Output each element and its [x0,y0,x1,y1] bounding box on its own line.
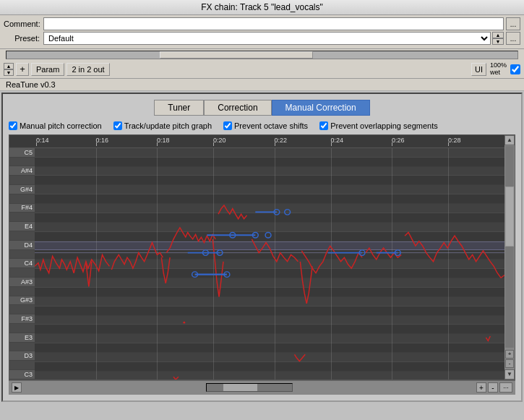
grid-container[interactable]: 0:14 0:16 0:18 0:20 0:22 0:24 0:26 0:28 [35,135,504,380]
svg-point-8 [265,232,271,238]
play-button[interactable]: ▶ [12,382,22,393]
note-Gs3: G#3 [9,296,35,306]
wet-label: 100% wet [490,62,507,77]
track-update-label: Track/update pitch graph [124,121,212,130]
preset-label: Preset: [4,34,43,43]
note-As3: A#3 [9,278,35,287]
note-C4: C4 [9,259,35,268]
note-Fs4: F#4 [9,204,35,213]
tab-tuner[interactable]: Tuner [154,100,204,116]
comment-dots-button[interactable]: ... [506,17,520,30]
track-update-checkbox-item: Track/update pitch graph [113,121,212,130]
horizontal-scroll-area [0,49,524,61]
prevent-overlap-label: Prevent overlapping segments [330,121,438,130]
tick-014: 0:14 [36,137,49,144]
svg-point-11 [285,209,291,215]
add-plugin-button[interactable]: + [16,63,29,76]
title-bar: FX chain: Track 5 "lead_vocals" [0,0,524,15]
manual-pitch-checkbox[interactable] [9,121,17,130]
tab-correction[interactable]: Correction [204,100,271,116]
note-D4: D4 [9,241,35,250]
scrollbar-thumb [160,51,313,59]
tick-028: 0:28 [448,137,461,144]
note-Gs4: G#4 [9,185,35,194]
tick-020: 0:20 [213,137,226,144]
preset-select[interactable]: Default [43,32,491,45]
note-E4: E4 [9,222,35,231]
zoom-in-button[interactable]: + [476,382,486,393]
track-update-checkbox[interactable] [113,121,122,130]
comment-input[interactable] [43,17,504,30]
top-controls: Comment: ... Preset: Default ▲ ▼ ... [0,15,524,49]
channel-down-arrow[interactable]: ▼ [4,69,14,76]
note-D3: D3 [9,351,35,361]
note-Ds3 [9,343,35,352]
preset-row: Preset: Default ▲ ▼ ... [4,32,520,45]
note-As4: A#4 [9,166,35,176]
fx-chain-scrollbar[interactable] [6,51,518,59]
manual-pitch-label: Manual pitch correction [20,121,102,130]
param-button[interactable]: Param [31,63,64,76]
note-A3 [9,287,35,296]
preset-dots-button[interactable]: ... [506,32,520,45]
scroll-down-button[interactable]: ▼ [504,369,515,380]
zoom-out-button[interactable]: - [488,382,498,393]
horizontal-bottom-scrollbar[interactable] [206,383,293,392]
bottom-right: + - ··· [476,382,512,393]
manual-pitch-checkbox-item: Manual pitch correction [9,121,102,130]
tick-024: 0:24 [331,137,344,144]
bottom-left: ▶ [12,382,22,393]
ui-button[interactable]: UI [471,63,486,76]
grid-rows [35,148,504,380]
preset-arrows: ▲ ▼ [492,32,504,45]
prevent-octave-label: Prevent octave shifts [234,121,308,130]
tick-018: 0:18 [157,137,170,144]
note-G3 [9,305,35,314]
time-ruler: 0:14 0:16 0:18 0:20 0:22 0:24 0:26 0:28 [35,135,504,148]
note-B4 [9,158,35,167]
tick-022: 0:22 [275,137,288,144]
note-Fs3: F#3 [9,314,35,324]
zoom-out-v-button[interactable]: - [505,359,514,368]
plugin-toolbar: ▲ ▼ + Param 2 in 2 out UI 100% wet [0,61,524,79]
title-text: FX chain: Track 5 "lead_vocals" [201,2,323,12]
prevent-overlap-checkbox-item: Prevent overlapping segments [319,121,438,130]
vertical-scrollbar[interactable]: ▲ + - ▼ [504,135,515,380]
note-Cs3 [9,361,35,370]
note-A4 [9,176,35,185]
channel-up-arrow[interactable]: ▲ [4,63,14,69]
preset-up-arrow[interactable]: ▲ [492,32,504,38]
prevent-octave-checkbox-item: Prevent octave shifts [223,121,308,130]
checkboxes-row: Manual pitch correction Track/update pit… [9,121,515,130]
bottom-dots-button[interactable]: ··· [499,382,512,393]
zoom-in-v-button[interactable]: + [505,350,514,359]
note-C3: C3 [9,370,35,380]
note-labels: C5 A#4 G#4 F#4 E4 D4 C4 A#3 G#3 F#3 E3 D… [9,135,35,380]
comment-row: Comment: ... [4,17,520,30]
comment-label: Comment: [4,20,43,28]
scroll-track[interactable] [505,146,514,348]
note-F4 [9,213,35,222]
tab-row: Tuner Correction Manual Correction [9,100,515,116]
note-Ds4 [9,231,35,241]
routing-button[interactable]: 2 in 2 out [66,63,109,76]
piano-roll[interactable]: C5 A#4 G#4 F#4 E4 D4 C4 A#3 G#3 F#3 E3 D… [9,134,515,380]
scroll-up-button[interactable]: ▲ [504,135,515,145]
note-E3: E3 [9,333,35,343]
prevent-octave-checkbox[interactable] [223,121,232,130]
wet-checkbox[interactable] [510,64,520,74]
plugin-name: ReaTune v0.3 [0,79,524,91]
bottom-bar: ▶ + - ··· [9,380,515,395]
preset-down-arrow[interactable]: ▼ [492,38,504,45]
prevent-overlap-checkbox[interactable] [319,121,328,130]
channel-arrows: ▲ ▼ [4,63,14,76]
note-G4 [9,194,35,204]
note-C5: C5 [9,148,35,158]
h-bottom-thumb [223,384,257,391]
tab-manual-correction[interactable]: Manual Correction [272,100,370,116]
tick-026: 0:26 [392,137,405,144]
svg-point-1 [183,322,185,324]
note-F3 [9,324,35,333]
tick-016: 0:16 [96,137,109,144]
plugin-area: Tuner Correction Manual Correction Manua… [1,93,523,402]
